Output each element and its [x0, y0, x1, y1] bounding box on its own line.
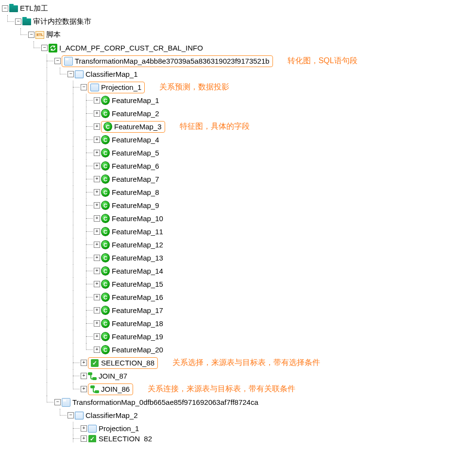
expand-icon[interactable]: + [81, 386, 87, 392]
expand-icon[interactable]: + [81, 373, 87, 379]
expand-icon[interactable]: + [94, 242, 100, 248]
node-label: TransformationMap_0dfb665ae85f971692063a… [71, 398, 259, 406]
expand-icon[interactable]: + [94, 123, 100, 130]
tree-node-feature[interactable]: +CFeatureMap_9 [2, 199, 476, 212]
tree-node-tmap1[interactable]: − TransformationMap_a4bb8e37039a5a836319… [2, 54, 476, 68]
tree-node-join86[interactable]: + JOIN_86 关系连接，来源表与目标表，带有关联条件 [2, 382, 476, 396]
expand-icon[interactable]: + [94, 228, 100, 235]
expand-icon[interactable]: + [94, 347, 100, 353]
tree-node-sel88[interactable]: + ✓ SELECTION_88 关系选择，来源表与目标表，带有选择条件 [2, 356, 476, 369]
tree-node-feature[interactable]: +CFeatureMap_8 [2, 186, 476, 199]
node-label: FeatureMap_13 [111, 254, 164, 262]
feature-map-icon: C [101, 241, 110, 249]
node-label: FeatureMap_18 [111, 319, 164, 328]
expand-icon[interactable]: + [94, 189, 100, 195]
tree-node-cmap2[interactable]: − ClassifierMap_2 [2, 409, 476, 422]
expand-icon[interactable]: + [94, 294, 100, 300]
expand-icon[interactable]: + [94, 110, 100, 117]
refresh-icon [49, 44, 57, 52]
feature-map-icon: C [101, 136, 110, 144]
feature-map-icon: C [101, 188, 110, 197]
expand-icon[interactable]: + [94, 202, 100, 209]
collapse-icon[interactable]: − [54, 58, 61, 64]
tree-node-mart[interactable]: − 审计内控数据集市 [2, 15, 476, 28]
tree-node-feature[interactable]: +CFeatureMap_5 [2, 146, 476, 159]
expand-icon[interactable]: + [81, 360, 87, 366]
expand-icon[interactable]: + [81, 435, 87, 442]
expand-icon[interactable]: + [94, 215, 100, 222]
expand-icon[interactable]: + [94, 281, 100, 287]
expand-icon[interactable]: + [94, 97, 100, 104]
feature-map-icon: C [101, 149, 110, 157]
feature-map-icon: C [101, 109, 110, 118]
tree-node-cmap1[interactable]: − ClassifierMap_1 [2, 68, 476, 81]
tree-node-tmap2[interactable]: − TransformationMap_0dfb665ae85f97169206… [2, 396, 476, 409]
tree-node-feature[interactable]: +CFeatureMap_1 [2, 94, 476, 107]
node-label: FeatureMap_17 [111, 306, 164, 314]
tree-node-scripts[interactable]: − ETL 脚本 [2, 28, 476, 41]
tree-node-sel82[interactable]: + ✓ SELECTION_82 [2, 435, 476, 442]
node-label: ClassifierMap_2 [85, 411, 139, 419]
expand-icon[interactable]: + [94, 255, 100, 261]
feature-map-icon: C [101, 306, 110, 315]
collapse-icon[interactable]: − [54, 399, 61, 405]
feature-map-icon: C [101, 293, 110, 302]
feature-map-icon: C [101, 227, 110, 236]
transformation-map-icon [62, 398, 70, 407]
node-label: FeatureMap_2 [111, 109, 160, 118]
expand-icon[interactable]: + [94, 176, 100, 182]
node-label: TransformationMap_a4bb8e37039a5a83631902… [74, 57, 271, 65]
feature-map-icon: C [101, 96, 110, 105]
expand-icon[interactable]: + [94, 268, 100, 274]
tree-node-feature[interactable]: +CFeatureMap_10 [2, 212, 476, 225]
tree-node-join87[interactable]: + JOIN_87 [2, 369, 476, 382]
tree-node-feature[interactable]: +CFeatureMap_19 [2, 330, 476, 343]
collapse-icon[interactable]: − [81, 84, 87, 90]
node-label: FeatureMap_8 [111, 188, 160, 196]
tree-node-feature[interactable]: +CFeatureMap_14 [2, 264, 476, 278]
feature-map-icon: C [101, 162, 110, 171]
highlighted-node: JOIN_86 [88, 383, 133, 395]
expand-icon[interactable]: + [81, 425, 87, 432]
selection-icon: ✓ [90, 359, 99, 367]
collapse-icon[interactable]: − [15, 18, 21, 25]
tree-node-job[interactable]: − I_ACDM_PF_CORP_CUST_CR_BAL_INFO [2, 41, 476, 54]
node-label: FeatureMap_20 [111, 346, 164, 354]
tree-node-feature[interactable]: +CFeatureMap_17 [2, 304, 476, 317]
collapse-icon[interactable]: − [68, 412, 74, 418]
expand-icon[interactable]: + [94, 307, 100, 313]
tree-node-feature[interactable]: +CFeatureMap_15 [2, 278, 476, 291]
annotation-feat: 特征图，具体的字段 [180, 122, 250, 132]
tree-node-feature[interactable]: +CFeatureMap_4 [2, 133, 476, 146]
expand-icon[interactable]: + [94, 320, 100, 327]
expand-icon[interactable]: + [94, 333, 100, 340]
selection-icon: ✓ [88, 435, 97, 442]
tree-node-feature[interactable]: +CFeatureMap_11 [2, 225, 476, 238]
node-label: FeatureMap_4 [111, 136, 160, 144]
node-label: JOIN_87 [98, 372, 128, 380]
node-label: FeatureMap_6 [111, 162, 160, 170]
collapse-icon[interactable]: − [2, 5, 8, 12]
tree-node-feature[interactable]: +CFeatureMap_2 [2, 107, 476, 120]
tree-node-feature[interactable]: +CFeatureMap_12 [2, 238, 476, 251]
tree-node-feature[interactable]: +CFeatureMap_16 [2, 291, 476, 304]
tree-node-root[interactable]: − ETL加工 [2, 2, 476, 15]
collapse-icon[interactable]: − [28, 32, 34, 38]
tree-node-feature[interactable]: +CFeatureMap_6 [2, 159, 476, 173]
expand-icon[interactable]: + [94, 150, 100, 156]
tree-node-feature[interactable]: +CFeatureMap_13 [2, 251, 476, 264]
collapse-icon[interactable]: − [41, 45, 48, 51]
classifier-map-icon [75, 70, 84, 79]
expand-icon[interactable]: + [94, 163, 100, 169]
expand-icon[interactable]: + [94, 137, 100, 143]
highlighted-node: ✓ SELECTION_88 [88, 357, 158, 369]
node-label: ClassifierMap_1 [85, 70, 139, 78]
tree-node-feature[interactable]: +CFeatureMap_20 [2, 343, 476, 356]
tree-node-feature[interactable]: +CFeatureMap_7 [2, 173, 476, 186]
tree-node-proj2[interactable]: + Projection_1 [2, 422, 476, 435]
tree-node-feature[interactable]: +CFeatureMap_3特征图，具体的字段 [2, 120, 476, 133]
tree-node-proj1[interactable]: − Projection_1 关系预测，数据投影 [2, 81, 476, 94]
collapse-icon[interactable]: − [68, 71, 74, 77]
tree-node-feature[interactable]: +CFeatureMap_18 [2, 317, 476, 330]
node-label: Projection_1 [100, 83, 142, 91]
